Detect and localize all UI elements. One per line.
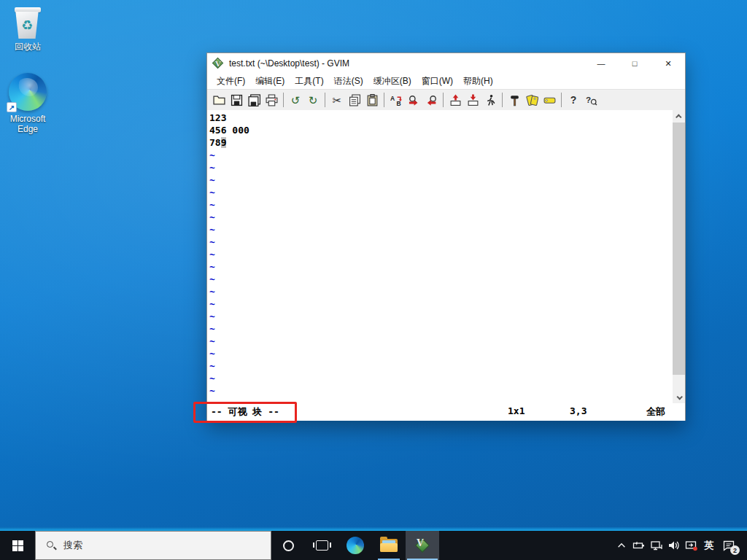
menu-tools[interactable]: 工具(T) bbox=[290, 74, 328, 89]
action-center-button[interactable]: 2 bbox=[718, 531, 740, 560]
menu-edit[interactable]: 编辑(E) bbox=[250, 74, 290, 89]
cut-button[interactable]: ✂ bbox=[328, 91, 346, 109]
tilde-line: ~ bbox=[209, 359, 670, 372]
save-all-button[interactable] bbox=[245, 91, 263, 109]
tilde-line: ~ bbox=[209, 384, 670, 397]
copy-button[interactable] bbox=[346, 91, 363, 109]
tilde-line: ~ bbox=[209, 161, 670, 174]
recycle-symbol-icon: ♻ bbox=[21, 18, 33, 34]
help-button[interactable]: ? bbox=[565, 91, 582, 109]
tilde-line: ~ bbox=[209, 248, 670, 260]
taskbar: 搜索 V 英 2 bbox=[0, 531, 747, 560]
search-placeholder: 搜索 bbox=[63, 539, 82, 552]
svg-text:A: A bbox=[390, 94, 395, 101]
battery-status[interactable] bbox=[630, 531, 648, 560]
redo-icon: ↻ bbox=[309, 95, 318, 106]
cortana-button[interactable] bbox=[271, 531, 305, 560]
make-hammer-icon bbox=[508, 94, 521, 106]
taskbar-gvim-button[interactable]: V bbox=[406, 531, 439, 560]
toolbar: ↺ ↻ ✂ AB bbox=[207, 90, 685, 110]
tilde-line: ~ bbox=[209, 273, 670, 285]
menu-help[interactable]: 帮助(H) bbox=[458, 74, 498, 89]
run-script-button[interactable] bbox=[481, 91, 499, 109]
network-status[interactable] bbox=[648, 531, 665, 560]
save-session-button[interactable] bbox=[464, 91, 481, 109]
battery-icon bbox=[632, 540, 646, 551]
find-next-icon bbox=[408, 94, 420, 106]
menu-window[interactable]: 窗口(W) bbox=[417, 74, 458, 89]
menu-buffers[interactable]: 缓冲区(B) bbox=[368, 74, 417, 89]
make-button[interactable] bbox=[506, 91, 523, 109]
close-icon: ✕ bbox=[665, 59, 671, 69]
start-button[interactable] bbox=[0, 531, 35, 560]
build-tags-button[interactable] bbox=[523, 91, 541, 109]
find-in-help-button[interactable]: ? bbox=[582, 91, 600, 109]
scroll-down-button[interactable] bbox=[673, 391, 685, 403]
print-icon bbox=[266, 94, 278, 106]
taskbar-file-explorer-button[interactable] bbox=[372, 531, 406, 560]
toolbar-separator bbox=[325, 93, 325, 107]
vim-app-icon: V bbox=[212, 58, 224, 69]
tilde-line: ~ bbox=[209, 223, 670, 236]
jump-to-tag-button[interactable] bbox=[541, 91, 558, 109]
taskbar-search-box[interactable]: 搜索 bbox=[35, 531, 271, 560]
cursor-position: 3,3 bbox=[570, 405, 587, 416]
chevron-up-icon bbox=[676, 114, 681, 120]
scroll-up-button[interactable] bbox=[673, 110, 685, 122]
desktop: ♻ 回收站 ↗ Microsoft Edge V test.txt (~\Des… bbox=[0, 0, 747, 531]
tilde-line: ~ bbox=[209, 149, 670, 161]
maximize-button[interactable]: □ bbox=[618, 53, 651, 74]
load-session-icon bbox=[449, 94, 462, 106]
minimize-button[interactable]: — bbox=[584, 53, 618, 74]
find-replace-icon: AB bbox=[390, 94, 403, 106]
close-button[interactable]: ✕ bbox=[651, 53, 685, 74]
tilde-line: ~ bbox=[209, 298, 670, 310]
find-next-button[interactable] bbox=[405, 91, 422, 109]
ime-indicator[interactable]: 英 bbox=[700, 531, 718, 560]
minimize-icon: — bbox=[597, 59, 605, 68]
network-icon bbox=[650, 540, 663, 551]
menu-bar: 文件(F) 编辑(E) 工具(T) 语法(S) 缓冲区(B) 窗口(W) 帮助(… bbox=[207, 74, 685, 90]
undo-button[interactable]: ↺ bbox=[287, 91, 304, 109]
find-replace-button[interactable]: AB bbox=[387, 91, 405, 109]
chevron-down-icon bbox=[676, 394, 682, 400]
cut-icon: ✂ bbox=[333, 95, 342, 106]
tilde-line: ~ bbox=[209, 186, 670, 198]
svg-text:?: ? bbox=[586, 94, 591, 104]
taskbar-edge-button[interactable] bbox=[338, 531, 372, 560]
menu-file[interactable]: 文件(F) bbox=[212, 74, 250, 89]
task-view-button[interactable] bbox=[305, 531, 338, 560]
ime-language-label: 英 bbox=[705, 539, 714, 552]
toolbar-separator bbox=[384, 93, 384, 107]
vertical-scrollbar[interactable] bbox=[673, 110, 685, 403]
volume-control[interactable] bbox=[665, 531, 683, 560]
gvim-icon: V bbox=[414, 537, 430, 553]
paste-icon bbox=[366, 94, 379, 106]
tilde-line: ~ bbox=[209, 335, 670, 347]
paste-button[interactable] bbox=[363, 91, 381, 109]
save-button[interactable] bbox=[228, 91, 245, 109]
redo-button[interactable]: ↻ bbox=[304, 91, 322, 109]
title-bar[interactable]: V test.txt (~\Desktop\test) - GVIM — □ ✕ bbox=[207, 53, 685, 74]
task-view-icon bbox=[316, 540, 328, 551]
find-previous-button[interactable] bbox=[422, 91, 440, 109]
print-button[interactable] bbox=[263, 91, 280, 109]
desktop-icon-recycle-bin[interactable]: ♻ 回收站 bbox=[0, 7, 55, 52]
cast-status[interactable] bbox=[683, 531, 700, 560]
load-session-button[interactable] bbox=[446, 91, 464, 109]
find-previous-icon bbox=[425, 94, 438, 106]
tilde-column: ~~~~~~~~~~~~~~~~~~~~ bbox=[209, 149, 670, 397]
toolbar-separator bbox=[283, 93, 284, 107]
open-button[interactable] bbox=[210, 91, 228, 109]
desktop-icon-microsoft-edge[interactable]: ↗ Microsoft Edge bbox=[0, 73, 55, 134]
windows-logo-icon bbox=[12, 540, 23, 551]
hidden-icons-button[interactable] bbox=[613, 531, 630, 560]
selection-size: 1x1 bbox=[508, 405, 525, 416]
menu-syntax[interactable]: 语法(S) bbox=[329, 74, 368, 89]
toolbar-separator bbox=[502, 93, 503, 107]
scrollbar-thumb[interactable] bbox=[673, 122, 685, 375]
build-tags-icon bbox=[526, 94, 538, 106]
window-title: test.txt (~\Desktop\test) - GVIM bbox=[229, 58, 349, 69]
text-area[interactable]: 123 456 000 789 ~~~~~~~~~~~~~~~~~~~~ bbox=[207, 110, 685, 403]
notification-count-badge: 2 bbox=[730, 545, 740, 555]
